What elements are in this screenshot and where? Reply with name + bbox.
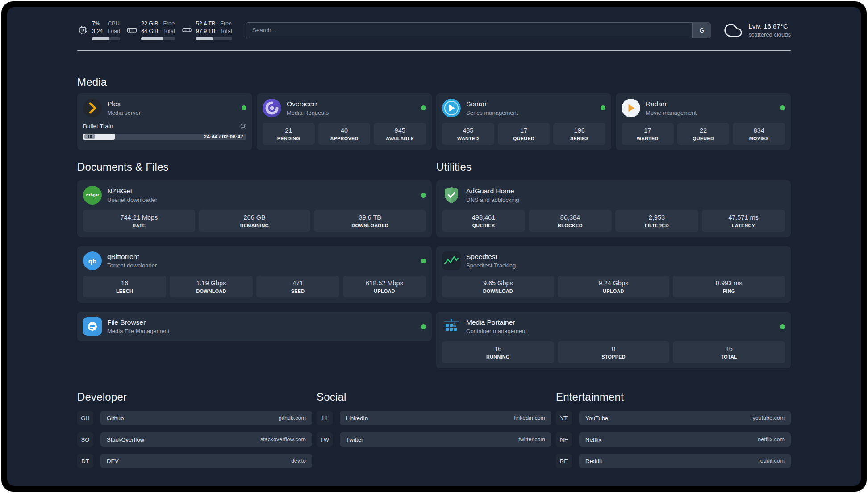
service-subtitle: Media Requests [287,109,329,116]
bookmark-item: LI LinkedIn linkedin.com [317,411,551,425]
bookmark-link-stackoverflow[interactable]: StackOverflow stackoverflow.com [100,432,312,447]
service-card-sonarr[interactable]: Sonarr Series management 485 WANTED 17 Q… [436,93,611,150]
bookmark-item: RE Reddit reddit.com [556,454,791,468]
stat-tile: 22 QUEUED [677,123,730,145]
stat-label: LATENCY [704,223,783,228]
overseerr-icon [263,99,281,117]
cpu-usage-value: 7% [92,21,103,27]
cpu-icon [77,25,88,36]
service-name: NZBGet [107,187,157,195]
speedtest-icon [442,251,461,270]
disk-monitor: 52.4 TB 97.9 TB Free Total [181,21,232,40]
bookmark-link-youtube[interactable]: YouTube youtube.com [579,411,791,425]
plex-now-playing: Bullet Train 24:44 / 02:06:4 [83,123,246,140]
stat-tile: 16 TOTAL [673,341,785,363]
columns-area: Documents & Files nzbget NZBGet Usenet d… [77,150,791,369]
service-card-radarr[interactable]: Radarr Movie management 17 WANTED 22 QUE… [616,93,791,150]
stat-value: 196 [555,127,604,134]
stat-value: 17 [500,127,548,134]
stat-value: 17 [623,127,672,134]
bookmark-link-twitter[interactable]: Twitter twitter.com [340,432,551,447]
bookmark-link-github[interactable]: Github github.com [100,411,312,425]
portainer-icon [442,317,461,336]
ram-icon [126,25,138,36]
bookmark-abbr: NF [556,432,572,447]
stat-value: 40 [320,127,369,134]
stat-tile: 39.6 TB DOWNLOADED [314,210,426,232]
dashboard: 7% 3.24 CPU Load [7,7,861,486]
stat-label: FILTERED [617,223,697,228]
service-subtitle: Container management [466,328,527,334]
service-name: qBittorrent [107,253,157,261]
service-card-nzbget[interactable]: nzbget NZBGet Usenet downloader [77,180,432,237]
stat-label: TOTAL [675,354,783,359]
stat-label: REMAINING [200,223,309,228]
ram-free-label: Free [163,21,175,27]
pause-button[interactable] [84,134,95,139]
disk-total-label: Total [220,28,232,34]
utilities-column: Utilities [436,150,791,369]
cpu-load-label: Load [108,28,120,34]
service-name: Overseerr [287,100,329,108]
service-name: Media Portainer [466,318,527,326]
stat-label: RATE [85,223,193,228]
stat-label: WANTED [623,136,672,141]
service-card-overseerr[interactable]: Overseerr Media Requests 21 PENDING 40 A… [257,93,432,150]
stat-value: 22 [679,127,728,134]
stat-label: AVAILABLE [376,136,424,141]
bookmark-abbr: SO [77,432,93,447]
cpu-bar [92,37,120,40]
stat-label: PENDING [264,136,313,141]
stat-label: UPLOAD [345,288,424,294]
stat-tile: 618.52 Mbps UPLOAD [343,276,426,297]
stat-tile: 485 WANTED [442,123,494,145]
service-card-portainer[interactable]: Media Portainer Container management 16 … [436,312,791,368]
bookmark-link-netflix[interactable]: Netflix netflix.com [579,432,791,447]
stat-label: DOWNLOADED [316,223,424,228]
bookmark-link-reddit[interactable]: Reddit reddit.com [579,454,791,468]
playback-time: 24:44 / 02:06:47 [204,134,243,139]
bookmark-item: GH Github github.com [77,411,312,425]
bookmark-item: DT DEV dev.to [77,454,312,468]
search-input[interactable] [246,22,711,38]
top-bar: 7% 3.24 CPU Load [77,21,791,40]
disk-bar-fill [196,37,213,40]
service-card-filebrowser[interactable]: File Browser Media File Management [77,312,432,341]
weather-location: Lviv, 16.87°C [748,22,791,30]
stat-label: WANTED [444,136,492,141]
service-name: Sonarr [466,100,518,108]
service-card-adguard[interactable]: AdGuard Home DNS and adblocking 498,461 … [436,180,791,237]
stat-label: SERIES [555,136,604,141]
stat-value: 485 [444,127,492,134]
service-card-qbittorrent[interactable]: qb qBittorrent Torrent downloader [77,246,432,303]
stat-tile: 0 STOPPED [558,341,670,363]
search-provider-button[interactable]: G [692,22,711,38]
section-title-entertainment: Entertainment [556,391,791,404]
stat-value: 16 [85,280,164,287]
bookmark-link-linkedin[interactable]: LinkedIn linkedin.com [340,411,551,425]
cpu-monitor: 7% 3.24 CPU Load [77,21,120,40]
service-card-plex[interactable]: Plex Media server Bullet Train [77,93,252,150]
stat-label: DOWNLOAD [171,288,251,294]
playback-progress-bar[interactable]: 24:44 / 02:06:47 [83,134,246,140]
status-dot [421,105,426,110]
service-card-speedtest[interactable]: Speedtest Speedtest Tracking 9.65 Gbps D… [436,246,791,303]
disk-free-value: 52.4 TB [196,21,216,27]
bookmark-item: NF Netflix netflix.com [556,432,791,447]
stat-label: APPROVED [320,136,369,141]
ram-total-label: Total [163,28,175,34]
ram-bar-fill [141,37,163,40]
bookmark-group-entertainment: Entertainment YT YouTube youtube.com NF [556,391,791,468]
stat-value: 498,461 [444,214,523,221]
ram-bar [141,37,175,40]
stat-value: 9.65 Gbps [444,280,552,287]
gear-icon[interactable] [240,123,246,130]
stat-value: 744.21 Mbps [85,214,193,221]
resource-monitors: 7% 3.24 CPU Load [77,21,232,40]
bookmark-item: YT YouTube youtube.com [556,411,791,425]
bookmark-link-dev[interactable]: DEV dev.to [100,454,312,468]
stat-tile: 744.21 Mbps RATE [83,210,195,232]
bookmark-abbr: LI [317,411,333,425]
bookmark-group-social: Social LI LinkedIn linkedin.com TW [317,391,551,468]
section-title-documents: Documents & Files [77,161,432,174]
